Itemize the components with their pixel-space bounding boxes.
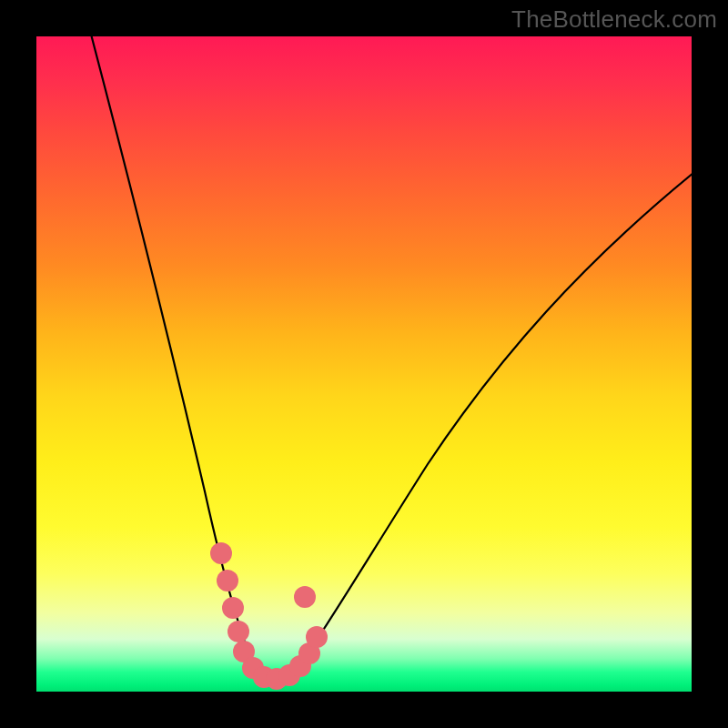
curve-left-branch bbox=[89, 36, 271, 682]
dot bbox=[217, 570, 238, 592]
dot bbox=[222, 597, 244, 619]
chart-frame: TheBottleneck.com bbox=[0, 0, 728, 728]
dot bbox=[210, 542, 232, 564]
dot bbox=[306, 626, 328, 648]
highlight-dots bbox=[210, 542, 328, 690]
dot bbox=[228, 621, 249, 642]
watermark-text: TheBottleneck.com bbox=[511, 5, 717, 34]
curves-layer bbox=[36, 36, 692, 692]
dot bbox=[294, 586, 316, 608]
curve-right-branch bbox=[271, 173, 692, 682]
plot-area bbox=[36, 36, 692, 692]
